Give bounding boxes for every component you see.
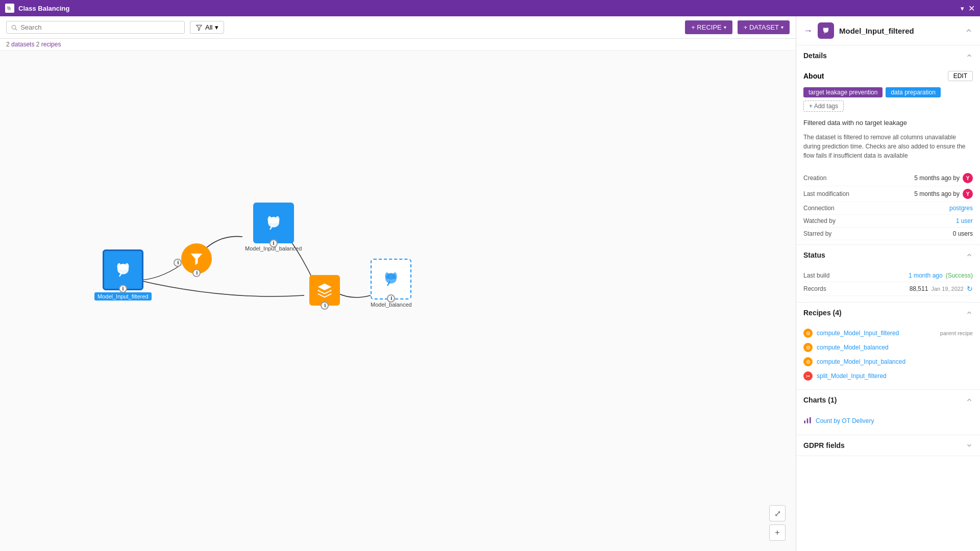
chart-link-1[interactable]: Count by OT Delivery [816,417,874,424]
rp-collapse-icon[interactable] [965,27,973,35]
recipe-link-1[interactable]: compute_Model_Input_filtered [817,330,936,337]
modification-label: Last modification [803,190,849,197]
stack-info-badge[interactable]: ℹ [321,302,329,310]
add-recipe-button[interactable]: + RECIPE ▾ [685,20,732,34]
meta-modification: Last modification 5 months ago by Y [803,186,973,202]
charts-section: Charts (1) Count by OT Delivery [796,390,980,435]
filter-dropdown-icon: ▾ [215,23,218,31]
node-info-badge[interactable]: ℹ [119,285,127,293]
filter-label: All [205,23,212,31]
filter-info-left[interactable]: ℹ [174,259,182,267]
model-balanced-info-badge[interactable]: ℹ [387,294,395,303]
node-label: Model_Input_filtered [94,292,152,300]
starred-label: Starred by [803,230,831,237]
recipes-title: Recipes (4) [803,309,842,317]
flow-canvas[interactable]: ℹ Model_Input_filtered ℹ ℹ [0,51,796,551]
dataset-count: 2 [6,41,10,48]
stack-icon [316,282,333,298]
add-tag-button[interactable]: + Add tags [803,101,844,112]
filter-funnel-icon [189,251,204,266]
recipe-item-4: ✂ split_Model_Input_filtered [803,369,973,383]
svg-point-16 [385,272,389,279]
starred-value: 0 users [953,230,973,237]
recipe-icon-4: ✂ [803,371,813,381]
connection-link[interactable]: postgres [949,205,973,212]
refresh-icon[interactable]: ↻ [967,285,973,293]
recipe-link-2[interactable]: compute_Model_balanced [817,344,973,351]
meta-starred: Starred by 0 users [803,228,973,240]
details-section: Details About EDIT target leakage preven… [796,45,980,245]
meta-watched: Watched by 1 user [803,215,973,228]
svg-marker-9 [191,254,203,265]
svg-rect-23 [807,418,808,423]
rp-back-arrow[interactable]: → [803,26,813,36]
charts-header[interactable]: Charts (1) [796,390,980,410]
svg-point-21 [827,28,829,31]
about-title: About [803,72,824,80]
node-model-balanced[interactable]: ℹ Model_balanced [371,259,412,308]
filter-button[interactable]: All ▾ [190,21,224,34]
search-input[interactable] [20,23,180,31]
meta-table: Creation 5 months ago by Y Last modifica… [796,166,980,244]
recipe-item-3: ⚙ compute_Model_Input_balanced [803,355,973,369]
build-link[interactable]: 1 month ago [909,272,943,279]
title-dropdown[interactable]: ▾ [961,5,964,12]
creation-avatar: Y [963,173,973,183]
datasets-link[interactable]: datasets [11,41,36,48]
watched-value: 1 user [956,217,973,224]
window-title: Class Balancing [18,5,957,12]
svg-point-7 [117,263,121,270]
recipe-count: 2 [36,41,40,48]
charts-collapse-icon [966,396,973,404]
charts-list: Count by OT Delivery [796,410,980,435]
search-box[interactable] [6,21,185,34]
svg-line-3 [15,29,17,30]
right-panel: → Model_Input_filtered Details About EDI… [796,16,980,551]
charts-title: Charts (1) [803,396,837,404]
recipe-link-3[interactable]: compute_Model_Input_balanced [817,358,973,365]
svg-marker-4 [197,25,202,31]
records-label: Records [803,285,826,292]
recipe-link-4[interactable]: split_Model_Input_filtered [817,372,973,380]
tag-data-prep[interactable]: data preparation [886,87,940,97]
node-filter[interactable]: ℹ [181,243,212,276]
flow-panel: All ▾ + RECIPE ▾ + DATASET ▾ 2 datasets … [0,16,796,551]
filter-info-badge[interactable]: ℹ [192,269,201,277]
records-value: 88,511 Jan 19, 2022 ↻ [910,285,973,293]
creation-label: Creation [803,174,826,182]
recipes-section: Recipes (4) ⚙ compute_Model_Input_filter… [796,303,980,390]
toolbar: All ▾ + RECIPE ▾ + DATASET ▾ [0,16,796,39]
breadcrumb: 2 datasets 2 recipes [0,39,796,51]
details-header[interactable]: Details [796,45,980,66]
status-build-row: Last build 1 month ago (Success) [803,269,973,282]
svg-point-17 [393,272,397,279]
balanced-info-badge[interactable]: ℹ [270,239,278,247]
elephant3-icon [380,268,402,290]
modification-value: 5 months ago by Y [914,189,973,199]
recipe-badge-1: parent recipe [940,330,973,336]
svg-point-20 [823,28,825,31]
zoom-in-button[interactable]: + [769,524,786,541]
node-stack[interactable]: ℹ [309,275,340,306]
status-section: Status Last build 1 month ago (Success) … [796,245,980,303]
edit-button[interactable]: EDIT [948,71,973,81]
gdpr-header[interactable]: GDPR fields [796,435,980,456]
search-icon [11,24,17,31]
desc-body: The dataset is filtered to remove all co… [796,131,980,166]
node-model-input-filtered[interactable]: ℹ Model_Input_filtered [94,249,152,300]
recipes-link[interactable]: recipes [41,41,61,48]
close-button[interactable]: ✕ [968,4,975,13]
app-icon: 🐘 [5,4,14,13]
chart-item-1: Count by OT Delivery [803,413,973,429]
node-model-input-balanced[interactable]: ℹ Model_Input_balanced [245,203,302,252]
add-dataset-button[interactable]: + DATASET ▾ [738,20,790,34]
tags-row: target leakage prevention data preparati… [796,84,980,115]
tag-target-leakage[interactable]: target leakage prevention [803,87,883,97]
recipes-collapse-icon [966,309,973,316]
title-bar: 🐘 Class Balancing ▾ ✕ [0,0,980,16]
status-header[interactable]: Status [796,245,980,265]
records-date: Jan 19, 2022 [931,286,964,292]
modification-time: 5 months ago by [914,190,960,197]
expand-button[interactable]: ⤢ [769,505,786,521]
recipes-header[interactable]: Recipes (4) [796,303,980,323]
